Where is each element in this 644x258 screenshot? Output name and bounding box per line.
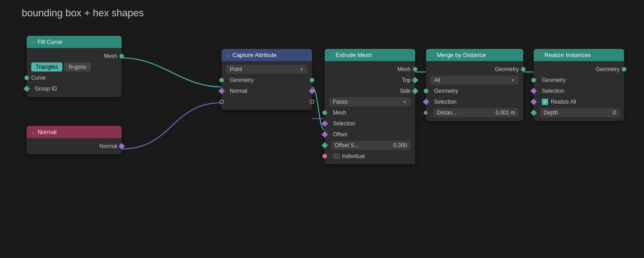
normal-output-row: Normal <box>27 141 122 152</box>
merge-geometry-out-socket <box>521 67 526 72</box>
realize-geometry-in-socket <box>531 78 536 82</box>
realize-geometry-out-row: Geometry <box>534 64 624 75</box>
merge-geometry-in-row: Geometry <box>426 86 523 96</box>
extrude-mode-row: Faces ▼ <box>325 96 415 107</box>
realize-header: ⌄ Realize Instances <box>534 49 624 61</box>
realize-title: Realize Instances <box>545 52 591 58</box>
triangles-button[interactable]: Triangles <box>31 62 62 72</box>
normal-title: Normal <box>38 129 57 135</box>
extrude-individual-socket <box>322 154 327 158</box>
capture-normal-out-socket <box>309 88 315 94</box>
extrude-mode-value: Faces <box>333 99 348 105</box>
merge-mode-row: All ▼ <box>426 75 523 86</box>
realize-all-checkbox[interactable]: ✓ <box>542 99 548 105</box>
node-normal: ⌄ Normal Normal <box>27 126 122 154</box>
extrude-mesh-in-label: Mesh <box>333 110 346 116</box>
capture-normal-socket <box>218 88 225 94</box>
extrude-offset-scale-field[interactable]: Offset S... 0.300 <box>331 141 411 150</box>
extrude-title: Extrude Mesh <box>336 52 372 58</box>
extrude-header: ⌄ Extrude Mesh <box>325 49 415 61</box>
fill-curve-mesh-socket <box>119 54 124 58</box>
merge-selection-socket <box>423 99 429 105</box>
capture-geometry-label: Geometry <box>230 77 254 83</box>
extrude-mesh-out-label: Mesh <box>398 66 411 72</box>
extrude-offset-scale-name: Offset S... <box>335 142 359 148</box>
capture-domain-row: Point ▼ <box>222 64 312 75</box>
normal-output-socket <box>118 143 125 149</box>
ngons-button[interactable]: N-gons <box>64 62 91 72</box>
merge-mode-dropdown[interactable]: All ▼ <box>431 76 519 85</box>
extrude-offset-label: Offset <box>333 131 347 138</box>
individual-checkbox[interactable] <box>333 153 340 159</box>
capture-normal-row: Normal <box>222 86 312 96</box>
extrude-mesh-in-row: Mesh <box>325 107 415 118</box>
capture-geometry-out-socket <box>310 78 314 82</box>
fill-curve-groupid-row: Group ID <box>27 83 122 94</box>
extrude-offset-scale-value: 0.300 <box>393 142 407 148</box>
extrude-top-out-row: Top <box>325 75 415 86</box>
capture-normal-label: Normal <box>230 88 247 94</box>
fill-curve-chevron: ⌄ <box>31 39 35 44</box>
merge-geometry-out-label: Geometry <box>495 66 519 72</box>
merge-distance-value: 0.001 m <box>496 110 515 116</box>
fill-curve-header: ⌄ Fill Curve <box>27 36 122 48</box>
merge-header: ⌄ Merge by Distance <box>426 49 523 61</box>
node-realize-instances: ⌄ Realize Instances Geometry Geometry Se… <box>534 49 624 121</box>
normal-header: ⌄ Normal <box>27 126 122 138</box>
extrude-individual-row: Individual <box>325 151 415 162</box>
extrude-top-out-label: Top <box>402 77 411 83</box>
realize-selection-row: Selection <box>534 86 624 96</box>
extrude-side-out-label: Side <box>400 88 411 94</box>
capture-chevron: ⌄ <box>226 53 230 57</box>
fill-curve-mode-buttons: Triangles N-gons <box>31 62 117 72</box>
merge-title: Merge by Distance <box>437 52 486 58</box>
realize-all-label: Realize All <box>551 99 576 105</box>
fill-curve-curve-socket <box>24 76 29 80</box>
extrude-selection-label: Selection <box>333 120 355 127</box>
capture-bottom-row <box>222 96 312 107</box>
capture-geometry-row: Geometry <box>222 75 312 86</box>
merge-geometry-in-socket <box>424 89 428 93</box>
extrude-offset-row: Offset <box>325 129 415 140</box>
merge-selection-row: Selection <box>426 96 523 107</box>
extrude-chevron: ⌄ <box>329 53 333 57</box>
extrude-individual-label: Individual <box>342 153 365 159</box>
fill-curve-curve-label: Curve <box>31 75 46 81</box>
extrude-mode-dropdown[interactable]: Faces ▼ <box>329 97 411 106</box>
realize-geometry-in-row: Geometry <box>534 75 624 86</box>
capture-domain-dropdown[interactable]: Point ▼ <box>226 65 308 74</box>
realize-chevron: ⌄ <box>538 53 542 57</box>
extrude-selection-socket <box>322 120 328 127</box>
realize-selection-label: Selection <box>542 88 564 94</box>
extrude-selection-row: Selection <box>325 118 415 129</box>
realize-all-checkbox-group: ✓ Realize All <box>542 99 576 105</box>
realize-selection-socket <box>530 88 537 94</box>
merge-mode-arrow: ▼ <box>511 78 515 83</box>
capture-header: ⌄ Capture Attribute <box>222 49 312 61</box>
extrude-offset-scale-row: Offset S... 0.300 <box>325 140 415 151</box>
realize-depth-value: 0 <box>613 110 616 116</box>
extrude-top-out-socket <box>412 77 418 83</box>
capture-domain-value: Point <box>230 66 242 72</box>
extrude-mode-arrow: ▼ <box>402 100 407 105</box>
page-title: bounding box + hex shapes <box>22 7 144 19</box>
extrude-offset-socket <box>322 131 328 138</box>
merge-chevron: ⌄ <box>431 53 434 57</box>
fill-curve-curve-row: Curve <box>27 72 122 83</box>
extrude-mesh-in-socket <box>322 110 327 115</box>
realize-depth-field[interactable]: Depth 0 <box>540 108 620 117</box>
merge-distance-field[interactable]: Distan... 0.001 m <box>433 108 519 117</box>
node-fill-curve: ⌄ Fill Curve Mesh Triangles N-gons Curve… <box>27 36 122 97</box>
normal-chevron: ⌄ <box>31 129 35 134</box>
merge-distance-row: Distan... 0.001 m <box>426 107 523 118</box>
merge-mode-value: All <box>434 77 440 83</box>
node-capture-attribute: ⌄ Capture Attribute Point ▼ Geometry Nor… <box>222 49 312 110</box>
merge-distance-name: Distan... <box>437 110 457 116</box>
normal-output-label: Normal <box>99 143 117 149</box>
extrude-side-out-socket <box>412 88 418 94</box>
capture-bottom-right-socket <box>310 100 314 104</box>
realize-geometry-out-label: Geometry <box>596 66 620 72</box>
merge-selection-label: Selection <box>434 99 456 105</box>
extrude-offset-scale-socket <box>322 142 328 148</box>
capture-domain-arrow: ▼ <box>299 67 304 72</box>
